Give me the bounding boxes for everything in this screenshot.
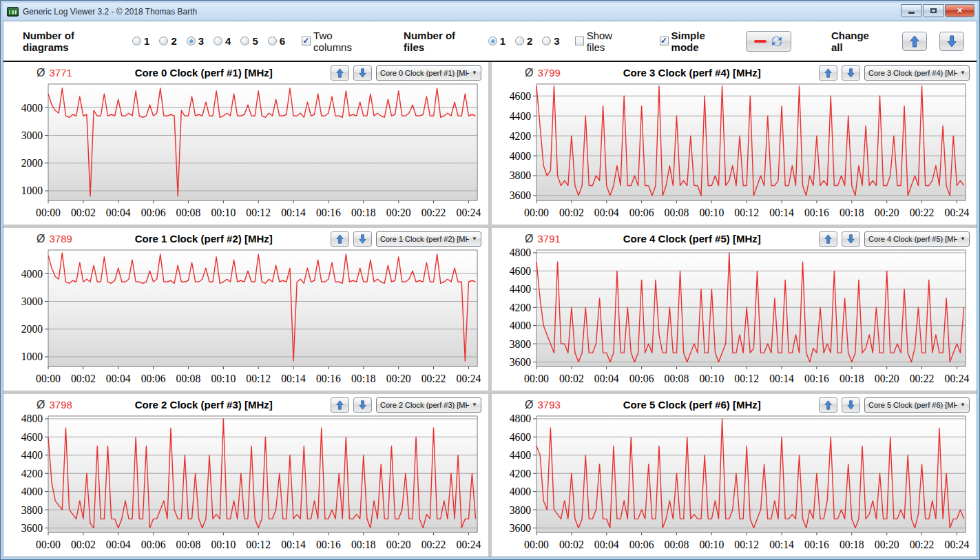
line-chart[interactable]: 360038004000420044004600480000:0000:0200… — [497, 414, 971, 555]
panel-up-button[interactable] — [819, 65, 837, 81]
panel-up-button[interactable] — [819, 231, 837, 247]
svg-text:00:04: 00:04 — [594, 207, 619, 218]
dropdown-arrow-icon: ▼ — [472, 402, 477, 408]
series-select-value: Core 5 Clock (perf #6) [MH — [868, 401, 957, 409]
panel-down-button[interactable] — [842, 231, 860, 247]
series-select-dropdown[interactable]: Core 3 Clock (perf #4) [MH ▼ — [864, 65, 970, 81]
panel-up-button[interactable] — [331, 397, 349, 413]
line-chart[interactable]: 360038004000420044004600480000:0000:0200… — [9, 414, 483, 555]
svg-text:4200: 4200 — [510, 302, 532, 313]
svg-text:00:20: 00:20 — [875, 207, 899, 218]
radio-icon[interactable] — [268, 37, 277, 45]
panel-down-button[interactable] — [353, 397, 372, 413]
minimize-button[interactable] — [901, 4, 922, 17]
dropdown-arrow-icon: ▼ — [472, 236, 477, 242]
svg-text:4000: 4000 — [510, 486, 532, 497]
svg-text:00:16: 00:16 — [316, 539, 341, 550]
svg-text:00:00: 00:00 — [36, 373, 61, 384]
panel-down-button[interactable] — [842, 397, 860, 413]
svg-text:00:14: 00:14 — [769, 539, 794, 550]
svg-text:00:24: 00:24 — [945, 539, 970, 550]
svg-text:4400: 4400 — [510, 449, 532, 461]
svg-text:4600: 4600 — [510, 265, 532, 277]
radio-icon[interactable] — [240, 37, 249, 45]
radio-icon[interactable] — [132, 37, 141, 45]
panel-up-button[interactable] — [819, 397, 837, 413]
radio-icon[interactable] — [542, 37, 551, 45]
svg-text:00:18: 00:18 — [351, 373, 376, 384]
panel-up-button[interactable] — [331, 231, 349, 247]
radio-icon[interactable] — [213, 37, 222, 45]
svg-text:00:22: 00:22 — [910, 373, 935, 384]
panel-up-button[interactable] — [331, 65, 349, 81]
down-arrow-icon — [359, 234, 366, 244]
series-select-dropdown[interactable]: Core 0 Clock (perf #1) [MH ▼ — [376, 65, 481, 81]
line-chart[interactable]: 100020003000400000:0000:0200:0400:0600:0… — [9, 248, 483, 389]
svg-text:3600: 3600 — [21, 522, 43, 534]
panel-down-button[interactable] — [353, 231, 372, 247]
line-style-refresh-button[interactable] — [746, 31, 791, 52]
chart-title: Core 3 Clock (perf #4) [MHz] — [569, 67, 815, 79]
svg-text:00:04: 00:04 — [106, 539, 131, 550]
radio-icon[interactable] — [515, 37, 524, 45]
change-all-down-button[interactable] — [939, 32, 964, 51]
change-all-up-button[interactable] — [902, 32, 927, 51]
maximize-button[interactable] — [923, 4, 944, 17]
checkbox-unchecked-icon[interactable] — [575, 37, 584, 45]
average-value: 3771 — [49, 67, 76, 79]
svg-text:00:22: 00:22 — [910, 539, 935, 550]
svg-text:00:16: 00:16 — [804, 539, 829, 550]
app-window: Generic Log Viewer 3.2 - © 2018 Thomas B… — [0, 0, 980, 560]
radio-icon-selected[interactable] — [488, 37, 497, 45]
title-bar[interactable]: Generic Log Viewer 3.2 - © 2018 Thomas B… — [3, 3, 977, 21]
line-chart[interactable]: 36003800400042004400460000:0000:0200:040… — [497, 82, 971, 223]
diagrams-radio-3[interactable]: 3 — [187, 35, 204, 47]
svg-text:00:02: 00:02 — [71, 207, 96, 218]
two-columns-checkbox[interactable]: ✓Two columns — [302, 30, 373, 53]
panel-down-button[interactable] — [353, 65, 372, 81]
checkbox-checked-icon[interactable]: ✓ — [302, 37, 311, 45]
minimize-icon — [908, 12, 915, 14]
diagrams-radio-5[interactable]: 5 — [240, 35, 258, 47]
svg-text:00:24: 00:24 — [457, 373, 481, 384]
svg-text:4200: 4200 — [510, 468, 532, 479]
files-radio-3[interactable]: 3 — [542, 35, 559, 47]
svg-text:00:18: 00:18 — [351, 207, 376, 218]
series-select-dropdown[interactable]: Core 2 Clock (perf #3) [MH ▼ — [376, 397, 481, 413]
diagrams-radio-6[interactable]: 6 — [268, 35, 285, 47]
svg-text:00:08: 00:08 — [176, 373, 201, 384]
files-radio-2[interactable]: 2 — [515, 35, 532, 47]
down-arrow-icon — [359, 400, 366, 410]
down-arrow-icon — [847, 400, 855, 410]
line-chart[interactable]: 100020003000400000:0000:0200:0400:0600:0… — [9, 82, 483, 223]
files-group-label: Number of files — [404, 30, 479, 53]
svg-text:00:12: 00:12 — [734, 373, 759, 384]
radio-icon[interactable] — [159, 37, 168, 45]
diagrams-radio-1[interactable]: 1 — [132, 35, 149, 47]
svg-text:00:00: 00:00 — [524, 207, 549, 218]
series-select-dropdown[interactable]: Core 4 Clock (perf #5) [MH ▼ — [864, 231, 970, 247]
dropdown-arrow-icon: ▼ — [960, 236, 966, 242]
diagrams-radio-4[interactable]: 4 — [213, 35, 231, 47]
svg-text:00:10: 00:10 — [211, 373, 236, 384]
change-all-label: Change all — [831, 30, 883, 53]
svg-text:4200: 4200 — [510, 130, 532, 142]
up-arrow-icon — [336, 234, 344, 244]
diagrams-radio-2[interactable]: 2 — [159, 35, 176, 47]
panel-down-button[interactable] — [842, 65, 860, 81]
svg-text:00:00: 00:00 — [36, 207, 61, 218]
line-chart[interactable]: 360038004000420044004600480000:0000:0200… — [497, 248, 971, 389]
svg-text:00:12: 00:12 — [246, 373, 271, 384]
series-select-dropdown[interactable]: Core 1 Clock (perf #2) [MH ▼ — [376, 231, 481, 247]
chart-panel: Ø 3771 Core 0 Clock (perf #1) [MHz] Core… — [3, 62, 488, 225]
svg-text:00:10: 00:10 — [699, 539, 724, 550]
simple-mode-checkbox[interactable]: ✓Simple mode — [660, 30, 736, 53]
up-arrow-icon — [910, 35, 919, 48]
radio-icon-selected[interactable] — [187, 37, 196, 45]
close-button[interactable]: ✕ — [945, 4, 974, 17]
svg-text:00:06: 00:06 — [141, 373, 166, 384]
show-files-checkbox[interactable]: Show files — [575, 30, 634, 53]
series-select-dropdown[interactable]: Core 5 Clock (perf #6) [MH ▼ — [864, 397, 970, 413]
files-radio-1[interactable]: 1 — [488, 35, 505, 47]
checkbox-checked-icon[interactable]: ✓ — [660, 37, 669, 45]
